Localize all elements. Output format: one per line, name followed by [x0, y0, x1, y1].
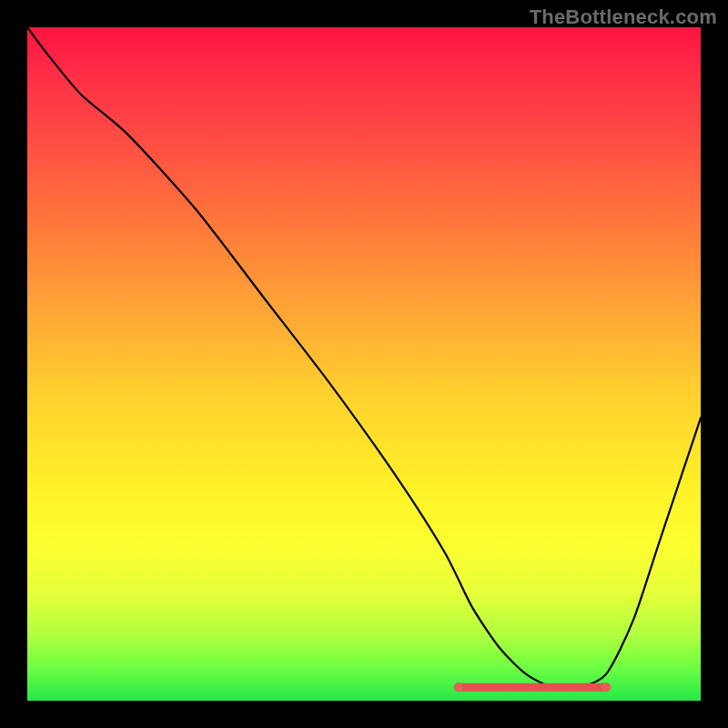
minimum-marker-dot-left [454, 682, 463, 692]
bottleneck-curve [27, 27, 701, 689]
plot-area [27, 27, 701, 701]
curve-overlay [27, 27, 701, 701]
watermark-text: TheBottleneck.com [530, 5, 717, 29]
minimum-marker-dot-right [602, 682, 611, 692]
chart-frame: TheBottleneck.com [0, 0, 728, 728]
